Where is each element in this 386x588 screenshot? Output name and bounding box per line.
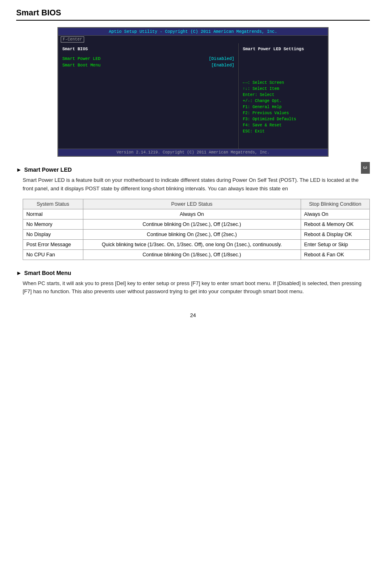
bios-help-line: +/-: Change Opt.	[243, 98, 324, 104]
bios-header-text: Aptio Setup Utility - Copyright (C) 2011…	[109, 29, 277, 34]
table-cell-stop-blinking: Reboot & Memory OK	[301, 219, 369, 229]
bios-help-line: F1: General Help	[243, 104, 324, 110]
bios-item-boot-menu: Smart Boot Menu [Enabled]	[62, 63, 234, 68]
bios-right-panel: Smart Power LED Settings ←→: Select Scre…	[239, 43, 328, 149]
table-cell-system-status: No Memory	[23, 219, 83, 229]
smart-power-led-description: Smart Power LED is a feature built on yo…	[23, 176, 370, 193]
table-header-system-status: System Status	[23, 199, 83, 209]
table-cell-power-led-status: Continue blinking On (1/2sec.), Off (1/2…	[83, 219, 301, 229]
table-header-stop-blinking: Stop Blinking Condition	[301, 199, 369, 209]
bios-item-value-boot-menu: [Enabled]	[211, 63, 234, 68]
bios-help-line: F2: Previous Values	[243, 110, 324, 116]
table-header-power-led: Power LED Status	[83, 199, 301, 209]
bios-footer: Version 2.14.1219. Copyright (C) 2011 Am…	[58, 149, 328, 156]
table-cell-power-led-status: Always On	[83, 209, 301, 219]
table-cell-power-led-status: Continue blinking On (1/8sec.), Off (1/8…	[83, 249, 301, 260]
smart-boot-menu-section-header: ► Smart Boot Menu	[16, 270, 370, 276]
f-center-label: F-Center	[61, 36, 84, 43]
bios-item-label-boot-menu: Smart Boot Menu	[62, 63, 101, 68]
bios-help-line: F4: Save & Reset	[243, 122, 324, 128]
bios-help-line: ESC: Exit	[243, 128, 324, 134]
table-cell-stop-blinking: Reboot & Fan OK	[301, 249, 369, 260]
table-row: No DisplayContinue blinking On (2sec.), …	[23, 229, 370, 239]
bios-help-line: ↑↓: Select Item	[243, 86, 324, 92]
table-row: No CPU FanContinue blinking On (1/8sec.)…	[23, 249, 370, 260]
bios-header: Aptio Setup Utility - Copyright (C) 2011…	[58, 28, 328, 36]
bios-help-line: F3: Optimized Defaults	[243, 116, 324, 122]
bios-screenshot: Aptio Setup Utility - Copyright (C) 2011…	[57, 27, 329, 157]
table-row: No MemoryContinue blinking On (1/2sec.),…	[23, 219, 370, 229]
bios-item-power-led: Smart Power LED [Disabled]	[62, 56, 234, 61]
smart-power-led-section-header: ► Smart Power LED	[16, 166, 370, 173]
table-cell-stop-blinking: Enter Setup or Skip	[301, 239, 369, 249]
bios-help-line: ←→: Select Screen	[243, 80, 324, 86]
table-cell-system-status: Normal	[23, 209, 83, 219]
bios-left-panel: Smart BIOS Smart Power LED [Disabled] Sm…	[58, 43, 239, 149]
table-row: NormalAlways OnAlways On	[23, 209, 370, 219]
table-cell-system-status: No CPU Fan	[23, 249, 83, 260]
bios-section-title: Smart BIOS	[62, 47, 234, 51]
bios-help-text: ←→: Select Screen↑↓: Select ItemEnter: S…	[243, 55, 324, 134]
bios-header-row: F-Center	[58, 36, 328, 43]
table-cell-stop-blinking: Reboot & Display OK	[301, 229, 369, 239]
page-number: 24	[16, 312, 370, 318]
chapter-tab: 3	[361, 162, 370, 174]
bios-help-line: Enter: Select	[243, 92, 324, 98]
bios-right-panel-title: Smart Power LED Settings	[243, 47, 324, 51]
table-cell-power-led-status: Quick blinking twice (1/3sec. On, 1/3sec…	[83, 239, 301, 249]
bios-item-value-power-led: [Disabled]	[209, 56, 234, 61]
table-cell-system-status: No Display	[23, 229, 83, 239]
power-led-table: System Status Power LED Status Stop Blin…	[23, 199, 370, 260]
table-cell-stop-blinking: Always On	[301, 209, 369, 219]
bios-item-label-power-led: Smart Power LED	[62, 56, 101, 61]
table-cell-power-led-status: Continue blinking On (2sec.), Off (2sec.…	[83, 229, 301, 239]
page-title: Smart BIOS	[16, 8, 370, 21]
table-row: Post Error MessageQuick blinking twice (…	[23, 239, 370, 249]
smart-boot-menu-heading: Smart Boot Menu	[24, 270, 71, 276]
smart-power-led-heading: Smart Power LED	[24, 166, 72, 173]
bios-body: Smart BIOS Smart Power LED [Disabled] Sm…	[58, 43, 328, 149]
table-cell-system-status: Post Error Message	[23, 239, 83, 249]
arrow-icon: ►	[16, 166, 22, 173]
smart-boot-menu-description: When PC starts, it will ask you to press…	[23, 279, 370, 296]
arrow-icon-2: ►	[16, 270, 22, 276]
